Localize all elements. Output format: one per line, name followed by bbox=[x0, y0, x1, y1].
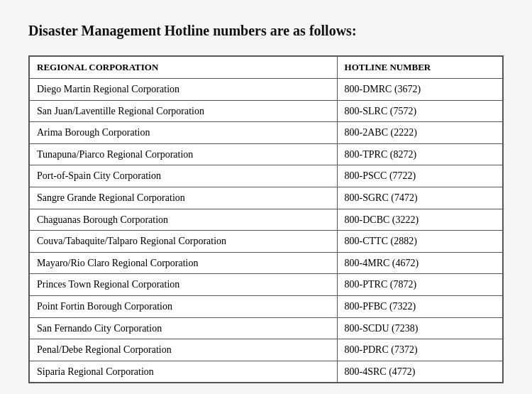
table-row: Point Fortin Borough Corporation800-PFBC… bbox=[30, 295, 503, 317]
cell-hotline: 800-CTTC (2882) bbox=[337, 231, 502, 253]
hotline-table: REGIONAL CORPORATION HOTLINE NUMBER Dieg… bbox=[29, 56, 503, 383]
cell-hotline: 800-2ABC (2222) bbox=[337, 122, 502, 144]
table-row: Diego Martin Regional Corporation800-DMR… bbox=[30, 79, 503, 101]
table-row: Penal/Debe Regional Corporation800-PDRC … bbox=[30, 339, 503, 361]
table-row: Arima Borough Corporation800-2ABC (2222) bbox=[30, 122, 503, 144]
cell-corporation: Diego Martin Regional Corporation bbox=[30, 79, 338, 101]
cell-corporation: San Fernando City Corporation bbox=[30, 317, 338, 339]
cell-corporation: Penal/Debe Regional Corporation bbox=[30, 339, 338, 361]
cell-corporation: Chaguanas Borough Corporation bbox=[30, 209, 338, 231]
table-row: Siparia Regional Corporation800-4SRC (47… bbox=[30, 361, 503, 383]
cell-corporation: Arima Borough Corporation bbox=[30, 122, 338, 144]
column-header-corporation: REGIONAL CORPORATION bbox=[30, 57, 338, 79]
cell-hotline: 800-SGRC (7472) bbox=[337, 187, 502, 209]
cell-corporation: Couva/Tabaquite/Talparo Regional Corpora… bbox=[30, 231, 338, 253]
cell-hotline: 800-DMRC (3672) bbox=[337, 79, 502, 101]
cell-hotline: 800-PSCC (7722) bbox=[337, 165, 502, 187]
cell-hotline: 800-SCDU (7238) bbox=[337, 317, 502, 339]
cell-corporation: Mayaro/Rio Claro Regional Corporation bbox=[30, 252, 338, 274]
cell-hotline: 800-DCBC (3222) bbox=[337, 209, 502, 231]
cell-corporation: Tunapuna/Piarco Regional Corporation bbox=[30, 143, 338, 165]
cell-corporation: Siparia Regional Corporation bbox=[30, 361, 338, 383]
cell-corporation: Port-of-Spain City Corporation bbox=[30, 165, 338, 187]
table-row: Mayaro/Rio Claro Regional Corporation800… bbox=[30, 252, 503, 274]
table-row: Chaguanas Borough Corporation800-DCBC (3… bbox=[30, 209, 503, 231]
page-title: Disaster Management Hotline numbers are … bbox=[28, 21, 504, 40]
table-row: San Fernando City Corporation800-SCDU (7… bbox=[30, 317, 503, 339]
cell-corporation: Point Fortin Borough Corporation bbox=[30, 295, 338, 317]
cell-corporation: Princes Town Regional Corporation bbox=[30, 274, 338, 296]
cell-hotline: 800-PTRC (7872) bbox=[337, 274, 502, 296]
table-row: Port-of-Spain City Corporation800-PSCC (… bbox=[30, 165, 503, 187]
cell-hotline: 800-PFBC (7322) bbox=[337, 295, 502, 317]
column-header-hotline: HOTLINE NUMBER bbox=[337, 57, 502, 79]
cell-hotline: 800-4MRC (4672) bbox=[337, 252, 502, 274]
table-header-row: REGIONAL CORPORATION HOTLINE NUMBER bbox=[30, 57, 503, 79]
cell-hotline: 800-TPRC (8272) bbox=[337, 143, 502, 165]
hotline-table-wrapper: REGIONAL CORPORATION HOTLINE NUMBER Dieg… bbox=[28, 55, 504, 383]
table-row: Couva/Tabaquite/Talparo Regional Corpora… bbox=[30, 231, 503, 253]
cell-hotline: 800-SLRC (7572) bbox=[337, 100, 502, 122]
table-row: Princes Town Regional Corporation800-PTR… bbox=[30, 274, 503, 296]
table-row: Tunapuna/Piarco Regional Corporation800-… bbox=[30, 143, 503, 165]
table-row: San Juan/Laventille Regional Corporation… bbox=[30, 100, 503, 122]
cell-hotline: 800-PDRC (7372) bbox=[337, 339, 502, 361]
table-row: Sangre Grande Regional Corporation800-SG… bbox=[30, 187, 503, 209]
cell-corporation: San Juan/Laventille Regional Corporation bbox=[30, 100, 338, 122]
cell-corporation: Sangre Grande Regional Corporation bbox=[30, 187, 338, 209]
cell-hotline: 800-4SRC (4772) bbox=[337, 361, 502, 383]
